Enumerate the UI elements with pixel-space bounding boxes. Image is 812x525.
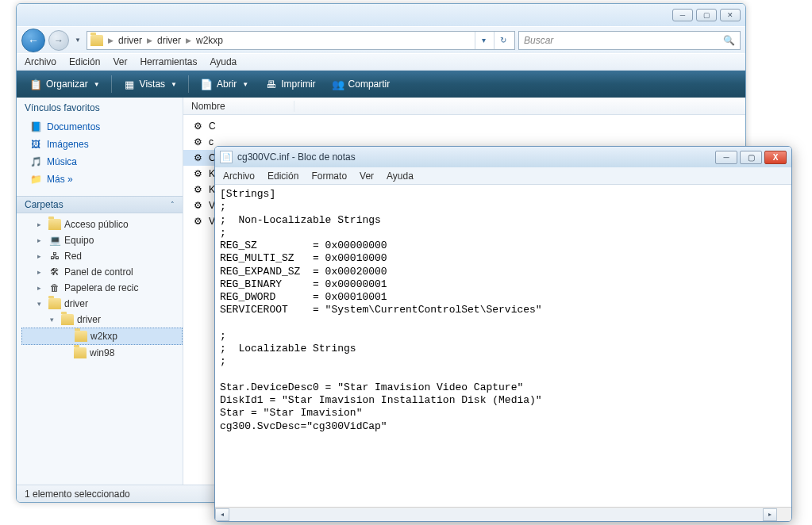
tree-label: Red	[64, 251, 82, 262]
recycle-icon: 🗑	[48, 282, 61, 294]
notepad-title: cg300VC.inf - Bloc de notas	[237, 151, 710, 163]
organize-button[interactable]: 📋 Organizar ▼	[23, 74, 106, 94]
control-icon: 🛠	[48, 266, 61, 278]
search-input[interactable]: Buscar 🔍	[518, 31, 741, 50]
close-button[interactable]: ✕	[720, 9, 741, 21]
views-button[interactable]: ▦ Vistas ▼	[117, 74, 183, 94]
chevron-right-icon: ▶	[108, 36, 114, 44]
forward-button[interactable]: →	[48, 30, 69, 51]
tree-item[interactable]: ▾driver	[21, 296, 183, 312]
expander-icon[interactable]: ▸	[37, 236, 45, 244]
maximize-button[interactable]: ▢	[696, 9, 717, 21]
tree-label: driver	[77, 314, 101, 325]
folders-header[interactable]: Carpetas ˄	[17, 196, 183, 213]
chevron-right-icon: ▶	[186, 36, 191, 44]
tree-item[interactable]: ▸Acceso público	[21, 217, 183, 232]
folder-icon	[61, 313, 74, 326]
refresh-button[interactable]: ↻	[494, 32, 511, 49]
menu-edicion[interactable]: Edición	[69, 56, 100, 67]
tree-item[interactable]: ▸🛠Panel de control	[21, 264, 183, 280]
menu-ayuda[interactable]: Ayuda	[210, 56, 237, 67]
menu-ver[interactable]: Ver	[360, 171, 374, 182]
file-name: C	[209, 121, 216, 132]
maximize-button[interactable]: ▢	[740, 151, 762, 164]
chevron-down-icon: ▼	[94, 81, 100, 88]
file-icon: ⚙	[191, 183, 204, 196]
column-headers: Nombre	[183, 98, 745, 115]
folder-icon	[48, 218, 61, 231]
menu-ayuda[interactable]: Ayuda	[387, 171, 414, 182]
scroll-right-button[interactable]: ▸	[763, 508, 777, 521]
menu-archivo[interactable]: Archivo	[25, 56, 56, 67]
tree-item[interactable]: win98	[21, 345, 183, 361]
pictures-icon: 🖼	[29, 138, 42, 151]
back-button[interactable]: ←	[21, 29, 45, 52]
explorer-toolbar: 📋 Organizar ▼ ▦ Vistas ▼ 📄 Abrir ▼ 🖶 Imp…	[17, 71, 745, 98]
breadcrumb[interactable]: driver	[157, 35, 181, 46]
tree-item[interactable]: ▸🗑Papelera de recic	[21, 280, 183, 296]
tree-item[interactable]: ▸💻Equipo	[21, 232, 183, 248]
music-icon: 🎵	[29, 155, 42, 168]
close-button[interactable]: X	[764, 151, 787, 164]
file-icon: ⚙	[191, 199, 204, 212]
notepad-icon: 📄	[220, 151, 233, 163]
print-button[interactable]: 🖶 Imprimir	[258, 74, 321, 94]
computer-icon: 💻	[48, 234, 61, 247]
folder-tree: ▸Acceso público▸💻Equipo▸🖧Red▸🛠Panel de c…	[17, 213, 183, 364]
address-dropdown[interactable]: ▾	[475, 32, 492, 49]
explorer-menu: Archivo Edición Ver Herramientas Ayuda	[17, 53, 745, 71]
expander-icon[interactable]: ▸	[37, 284, 45, 292]
tree-item[interactable]: ▸🖧Red	[21, 248, 183, 264]
file-row[interactable]: ⚙C	[183, 118, 745, 134]
separator	[111, 75, 112, 93]
menu-herramientas[interactable]: Herramientas	[140, 56, 197, 67]
expander-icon[interactable]: ▾	[50, 316, 58, 324]
print-icon: 🖶	[264, 78, 277, 90]
notepad-window: 📄 cg300VC.inf - Bloc de notas ─ ▢ X Arch…	[214, 146, 792, 522]
notepad-content[interactable]: [Strings] ; ; Non-Localizable Strings ; …	[215, 185, 791, 507]
breadcrumb[interactable]: w2kxp	[196, 35, 223, 46]
notepad-titlebar[interactable]: 📄 cg300VC.inf - Bloc de notas ─ ▢ X	[215, 147, 791, 167]
share-button[interactable]: 👥 Compartir	[325, 74, 397, 94]
menu-ver[interactable]: Ver	[113, 56, 127, 67]
sidebar-item-imagenes[interactable]: 🖼 Imágenes	[29, 136, 183, 153]
file-icon: ⚙	[191, 151, 204, 164]
minimize-button[interactable]: ─	[715, 151, 737, 164]
tree-label: w2kxp	[90, 331, 117, 342]
nav-row: ← → ▼ ▶ driver ▶ driver ▶ w2kxp ▾ ↻ Busc…	[17, 26, 745, 53]
breadcrumb[interactable]: driver	[118, 35, 142, 46]
chevron-up-icon: ˄	[171, 201, 175, 209]
tree-item[interactable]: w2kxp	[21, 328, 183, 345]
chevron-right-icon: ▶	[147, 36, 152, 44]
sidebar-item-mas[interactable]: 📁 Más »	[29, 171, 183, 188]
file-icon: ⚙	[191, 167, 204, 180]
menu-formato[interactable]: Formato	[311, 171, 347, 182]
expander-icon[interactable]: ▾	[37, 300, 45, 308]
expander-icon[interactable]: ▸	[37, 268, 45, 276]
expander-icon[interactable]: ▸	[37, 252, 45, 260]
folder-icon	[48, 297, 61, 310]
file-icon: ⚙	[191, 120, 204, 132]
scroll-track[interactable]	[229, 508, 763, 521]
nav-history-dropdown[interactable]: ▼	[72, 30, 83, 51]
sidebar: Vínculos favoritos 📘 Documentos 🖼 Imágen…	[17, 98, 183, 485]
menu-archivo[interactable]: Archivo	[223, 171, 255, 182]
sidebar-item-documentos[interactable]: 📘 Documentos	[29, 118, 183, 136]
column-nombre[interactable]: Nombre	[183, 101, 294, 112]
tree-label: Panel de control	[64, 266, 133, 278]
menu-edicion[interactable]: Edición	[267, 171, 298, 182]
organize-icon: 📋	[29, 78, 42, 90]
minimize-button[interactable]: ─	[672, 9, 693, 21]
tree-label: win98	[90, 347, 114, 358]
explorer-titlebar[interactable]: ─ ▢ ✕	[17, 4, 745, 26]
favorites-list: 📘 Documentos 🖼 Imágenes 🎵 Música 📁 Más »	[17, 115, 183, 196]
chevron-down-icon: ▼	[171, 81, 177, 88]
horizontal-scrollbar[interactable]: ◂ ▸	[215, 507, 791, 521]
expander-icon[interactable]: ▸	[37, 220, 45, 228]
scroll-left-button[interactable]: ◂	[215, 508, 229, 521]
address-bar[interactable]: ▶ driver ▶ driver ▶ w2kxp ▾ ↻	[87, 31, 515, 50]
sidebar-item-musica[interactable]: 🎵 Música	[29, 153, 183, 171]
tree-item[interactable]: ▾driver	[21, 312, 183, 328]
open-button[interactable]: 📄 Abrir ▼	[194, 74, 255, 94]
favorites-header: Vínculos favoritos	[17, 98, 183, 115]
